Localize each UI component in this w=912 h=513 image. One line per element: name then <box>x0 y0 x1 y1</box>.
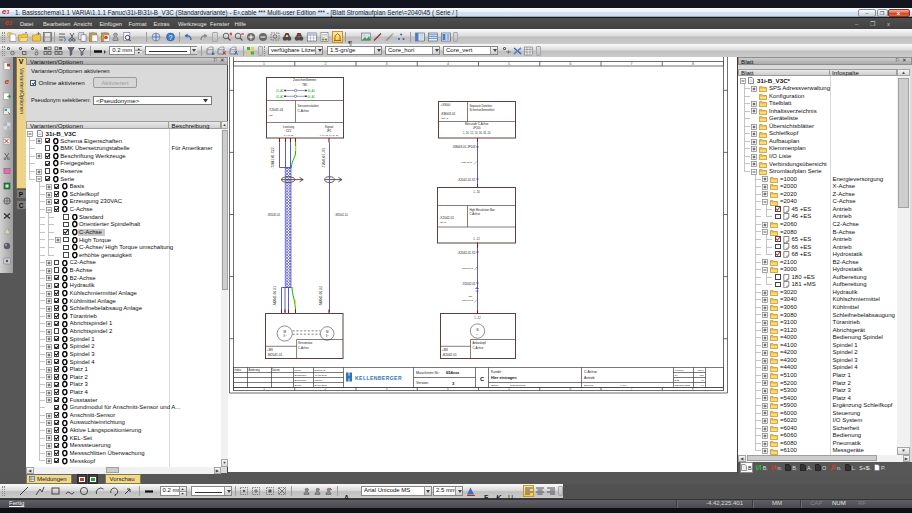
svg-text:+ES.A2: +ES.A2 <box>441 117 449 119</box>
svg-text:C-Achse: C-Achse <box>298 346 309 350</box>
svg-text:Version:: Version: <box>416 381 429 385</box>
svg-text:-T2041.01: -T2041.01 <box>268 108 284 112</box>
svg-text:-KB003.01.JF103: -KB003.01.JF103 <box>452 145 476 149</box>
svg-text:1, 10, 12, 14, 16, 18, 20: 1, 10, 12, 14, 16, 18, 20 <box>463 131 491 135</box>
svg-text:-W2042.11: -W2042.11 <box>460 161 472 164</box>
svg-text:+MS: +MS <box>442 348 448 352</box>
svg-text:1...12: 1...12 <box>474 316 481 320</box>
svg-text:CZ2: CZ2 <box>286 129 292 133</box>
svg-text:Status:: Status: <box>491 384 499 387</box>
svg-text:Änderung: Änderung <box>249 368 261 372</box>
svg-text:High Resolution Box: High Resolution Box <box>469 208 495 212</box>
svg-text:+E9.08: +E9.08 <box>439 221 447 223</box>
svg-text:+2040: +2040 <box>697 369 704 372</box>
svg-text:1...12: 1...12 <box>473 237 480 241</box>
svg-text:+ES: +ES <box>468 295 473 297</box>
svg-text:Separate Detektor: Separate Detektor <box>469 104 492 108</box>
svg-text:+ES: +ES <box>268 114 273 117</box>
svg-text:1: 1 <box>263 62 265 66</box>
svg-text:Druck:: Druck: <box>295 384 303 387</box>
svg-text:Index: Index <box>235 368 242 372</box>
svg-text:+MS: +MS <box>267 348 273 352</box>
svg-text:05..A1: 05..A1 <box>276 95 284 99</box>
svg-text:Nächstes Blatt: Nächstes Blatt <box>675 384 691 387</box>
svg-text:7: 7 <box>631 62 633 66</box>
svg-text:3~: 3~ <box>283 334 286 338</box>
svg-text:CH: CH <box>675 374 679 377</box>
svg-text:Bearbeitet:: Bearbeitet: <box>295 374 307 377</box>
svg-text:Schnittstelleneinheit: Schnittstelleneinheit <box>469 108 494 112</box>
svg-text:Hier eintragen: Hier eintragen <box>491 376 517 380</box>
svg-text:-W2041.01: -W2041.01 <box>267 213 281 217</box>
svg-text:-T2041.01 JF1: -T2041.01 JF1 <box>322 147 326 168</box>
svg-text:Anbaukopf: Anbaukopf <box>473 341 487 345</box>
svg-text:6: 6 <box>569 62 571 66</box>
svg-text:654xxx: 654xxx <box>446 370 460 375</box>
svg-text:05..A1: 05..A1 <box>276 89 284 93</box>
svg-text:-X2042.01: -X2042.01 <box>462 282 476 286</box>
svg-text:5: 5 <box>508 62 510 66</box>
svg-text:3: 3 <box>386 62 388 66</box>
svg-text:Servoverstärker: Servoverstärker <box>298 104 319 108</box>
svg-text:Datum: Datum <box>272 368 280 372</box>
svg-text:1...16: 1...16 <box>473 190 480 194</box>
svg-text:C-Achse: C-Achse <box>469 212 480 216</box>
svg-text:2: 2 <box>324 62 326 66</box>
svg-text:ENGGAE: ENGGAE <box>315 369 326 372</box>
svg-text:66..A1: 66..A1 <box>308 89 316 93</box>
svg-text:3~: 3~ <box>326 334 329 338</box>
svg-text:Servomotor: Servomotor <box>298 341 313 345</box>
svg-text:B: B <box>476 328 478 332</box>
svg-text:4: 4 <box>447 62 449 66</box>
svg-text:-B2042.01: -B2042.01 <box>442 353 457 357</box>
svg-text:-X2042.01.X1: -X2042.01.X1 <box>457 178 476 182</box>
svg-text:Bearbeiter:: Bearbeiter: <box>295 379 308 382</box>
svg-text:C-Achse: C-Achse <box>473 346 484 350</box>
svg-text:-KB003.01: -KB003.01 <box>441 112 456 116</box>
svg-text:-W2041.10: -W2041.10 <box>335 213 349 217</box>
svg-text:Maschinen Nr.:: Maschinen Nr.: <box>416 371 440 375</box>
svg-text:JF105: JF105 <box>473 126 481 130</box>
svg-text:29.01.2016: 29.01.2016 <box>315 384 328 387</box>
svg-text:JF1: JF1 <box>326 129 331 133</box>
svg-text:Zwischenklemme: Zwischenklemme <box>293 78 317 82</box>
svg-text:-M2041.01: -M2041.01 <box>267 353 282 357</box>
svg-text:19.02.2016: 19.02.2016 <box>315 374 328 377</box>
svg-text:?: ? <box>168 33 172 40</box>
svg-text:-T2041.01 CZ2: -T2041.01 CZ2 <box>271 147 275 169</box>
svg-text:-X2042.01.X2: -X2042.01.X2 <box>457 251 476 255</box>
svg-text:Antrieb: Antrieb <box>584 376 595 380</box>
svg-text:+ES: +ES <box>699 374 704 377</box>
svg-text:U V W PE: U V W PE <box>284 134 294 136</box>
svg-text:-W2042.13: -W2042.13 <box>461 299 473 302</box>
svg-text:+X3000: +X3000 <box>441 103 451 107</box>
svg-text:66..A1: 66..A1 <box>308 95 316 99</box>
svg-text:KELLENBERGER: KELLENBERGER <box>355 375 402 381</box>
svg-text:VARIA: VARIA <box>620 384 627 387</box>
svg-text:Funktion: Funktion <box>675 369 685 372</box>
svg-text:C-Achse: C-Achse <box>298 109 310 113</box>
svg-text:Blatt: Blatt <box>675 379 680 382</box>
svg-text:Baureihe: Baureihe <box>584 384 594 387</box>
svg-text:-W2042.12: -W2042.12 <box>461 267 473 270</box>
svg-text:-X2042.01: -X2042.01 <box>439 216 454 220</box>
svg-text:Norm:: Norm: <box>295 369 302 372</box>
svg-text:TB1: TB1 <box>302 83 308 87</box>
svg-text:maurer: maurer <box>315 379 323 382</box>
svg-text:-M2041.01 X2: -M2041.01 X2 <box>319 286 323 306</box>
svg-text:Kunde:: Kunde: <box>491 370 502 374</box>
svg-text:C-Achse: C-Achse <box>584 370 597 374</box>
svg-text:-M2041.01 X1: -M2041.01 X1 <box>273 286 277 306</box>
svg-text:8: 8 <box>692 62 694 66</box>
svg-text:e: e <box>4 77 9 85</box>
svg-text:in Bearbeitung: in Bearbeitung <box>510 384 526 387</box>
